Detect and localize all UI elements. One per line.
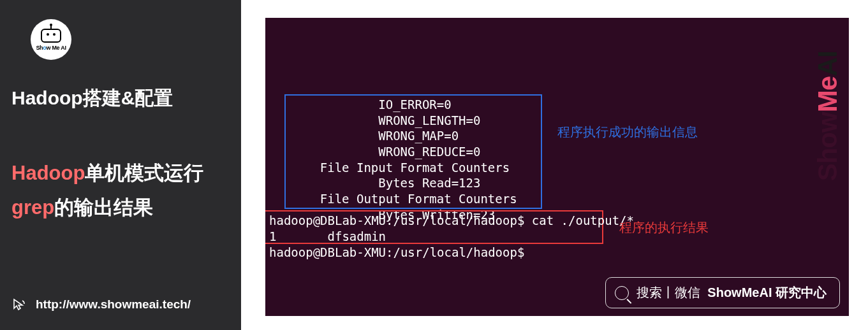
sidebar: Show Me AI Hadoop搭建&配置 Hadoop单机模式运行grep的… bbox=[0, 0, 241, 330]
result-output-text: hadoop@DBLab-XMU:/usr/local/hadoop$ cat … bbox=[269, 213, 634, 244]
search-text: 搜索丨微信 ShowMeAI 研究中心 bbox=[636, 284, 827, 301]
search-icon bbox=[615, 286, 629, 300]
site-url[interactable]: http://www.showmeai.tech/ bbox=[36, 298, 191, 312]
robot-icon bbox=[41, 29, 61, 43]
logo: Show Me AI bbox=[31, 19, 71, 60]
result-output-label: 程序的执行结果 bbox=[619, 219, 709, 236]
success-output-text: IO_ERROR=0 WRONG_LENGTH=0 WRONG_MAP=0 WR… bbox=[291, 97, 517, 223]
url-row: http://www.showmeai.tech/ bbox=[11, 297, 228, 317]
cursor-icon bbox=[11, 297, 27, 312]
watermark: ShowMeAI bbox=[816, 51, 840, 181]
page-subheading: Hadoop单机模式运行grep的输出结果 bbox=[11, 156, 228, 226]
main-area: IO_ERROR=0 WRONG_LENGTH=0 WRONG_MAP=0 WR… bbox=[241, 0, 868, 330]
terminal-window: IO_ERROR=0 WRONG_LENGTH=0 WRONG_MAP=0 WR… bbox=[265, 18, 849, 316]
prompt-line: hadoop@DBLab-XMU:/usr/local/hadoop$ bbox=[269, 245, 524, 261]
logo-text: Show Me AI bbox=[36, 45, 66, 51]
success-output-label: 程序执行成功的输出信息 bbox=[557, 124, 698, 141]
search-pill[interactable]: 搜索丨微信 ShowMeAI 研究中心 bbox=[605, 277, 840, 308]
page-heading: Hadoop搭建&配置 bbox=[11, 85, 228, 111]
